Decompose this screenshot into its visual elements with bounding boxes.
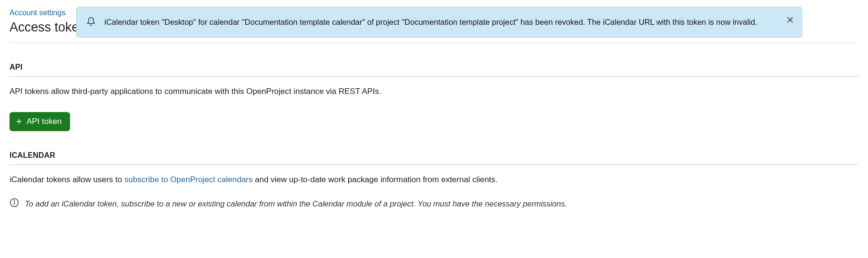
add-api-token-label: API token bbox=[27, 117, 62, 126]
icalendar-desc-suffix: and view up-to-date work package informa… bbox=[252, 175, 497, 184]
plus-icon: + bbox=[16, 117, 22, 126]
svg-point-4 bbox=[14, 201, 15, 201]
section-heading-api: API bbox=[10, 63, 858, 77]
section-heading-icalendar: ICALENDAR bbox=[10, 151, 858, 165]
section-desc-api: API tokens allow third-party application… bbox=[10, 85, 858, 98]
notification-banner: iCalendar token "Desktop" for calendar "… bbox=[76, 7, 802, 38]
subscribe-calendars-link[interactable]: subscribe to OpenProject calendars bbox=[124, 175, 252, 184]
notification-message: iCalendar token "Desktop" for calendar "… bbox=[104, 16, 757, 29]
breadcrumb-link-account-settings[interactable]: Account settings bbox=[10, 9, 65, 17]
icalendar-info-row: To add an iCalendar token, subscribe to … bbox=[10, 198, 858, 209]
section-icalendar: ICALENDAR iCalendar tokens allow users t… bbox=[10, 151, 858, 210]
info-icon bbox=[10, 198, 19, 209]
bell-icon bbox=[86, 17, 96, 28]
icalendar-desc-prefix: iCalendar tokens allow users to bbox=[10, 175, 124, 184]
close-icon[interactable] bbox=[786, 16, 794, 24]
icalendar-info-text: To add an iCalendar token, subscribe to … bbox=[25, 199, 567, 208]
section-desc-icalendar: iCalendar tokens allow users to subscrib… bbox=[10, 174, 858, 186]
add-api-token-button[interactable]: + API token bbox=[10, 112, 70, 131]
section-api: API API tokens allow third-party applica… bbox=[10, 63, 858, 131]
